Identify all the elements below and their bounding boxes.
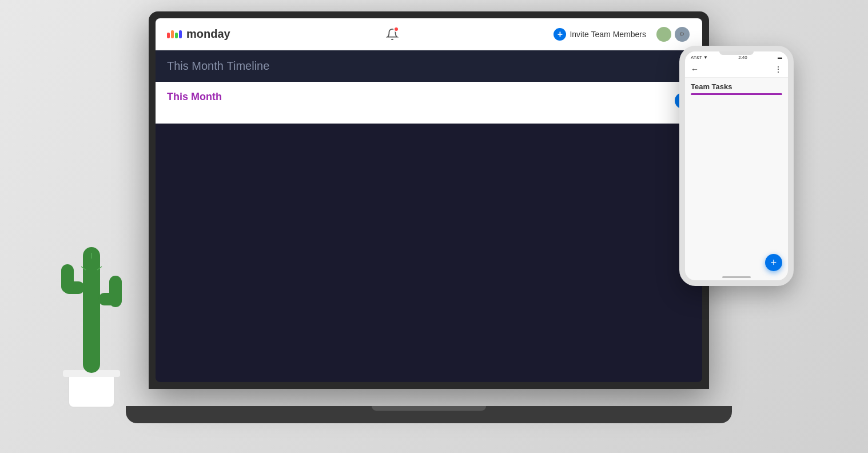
timeline-table (167, 80, 691, 82)
phone-time: 2:40 (738, 55, 747, 60)
laptop-base (126, 406, 732, 423)
phone-fab-area: + (765, 254, 782, 271)
phone-carrier: AT&T ▼ (691, 55, 708, 60)
phone: AT&T ▼ 2:40 ▬ ← ⋮ Team Tasks + (679, 46, 794, 286)
scene: monday + Invite Team Members (0, 0, 868, 453)
cactus-decoration (29, 201, 154, 419)
invite-team-button[interactable]: + Invite Team Members (554, 28, 646, 41)
phone-notch (719, 51, 754, 55)
phone-add-button[interactable]: + (765, 254, 782, 271)
header-right: + Invite Team Members ⚙ (554, 26, 691, 43)
plus-icon: + (554, 28, 566, 41)
avatar-group: ⚙ (655, 26, 691, 43)
logo-icon (167, 30, 182, 38)
timeline-section: This Month Timeline (156, 50, 702, 82)
laptop-body: monday + Invite Team Members (149, 11, 709, 389)
laptop: monday + Invite Team Members (149, 11, 709, 423)
phone-accent-bar (691, 93, 782, 95)
svg-rect-0 (69, 373, 114, 407)
table-title: This Month (167, 91, 222, 103)
notification-dot (393, 26, 399, 32)
phone-body: AT&T ▼ 2:40 ▬ ← ⋮ Team Tasks + (679, 46, 794, 286)
notification-bell[interactable] (383, 25, 401, 43)
avatar-2: ⚙ (674, 26, 691, 43)
svg-rect-6 (109, 276, 122, 307)
phone-battery: ▬ (778, 55, 782, 60)
phone-menu-icon[interactable]: ⋮ (774, 65, 782, 74)
avatar-1 (655, 26, 672, 43)
timeline-dates-row (167, 80, 691, 82)
timeline-title: This Month Timeline (167, 59, 691, 73)
laptop-screen: monday + Invite Team Members (156, 18, 702, 382)
invite-label: Invite Team Members (570, 30, 646, 39)
app-header: monday + Invite Team Members (156, 18, 702, 50)
table-section: This Month + (156, 82, 702, 124)
logo: monday (167, 27, 230, 41)
phone-nav: ← ⋮ (685, 61, 788, 78)
phone-screen-title: Team Tasks (685, 78, 788, 93)
phone-back-icon[interactable]: ← (691, 65, 699, 74)
logo-text: monday (186, 27, 230, 41)
svg-rect-4 (61, 264, 74, 293)
phone-home-indicator (722, 276, 751, 278)
svg-rect-2 (83, 247, 100, 373)
